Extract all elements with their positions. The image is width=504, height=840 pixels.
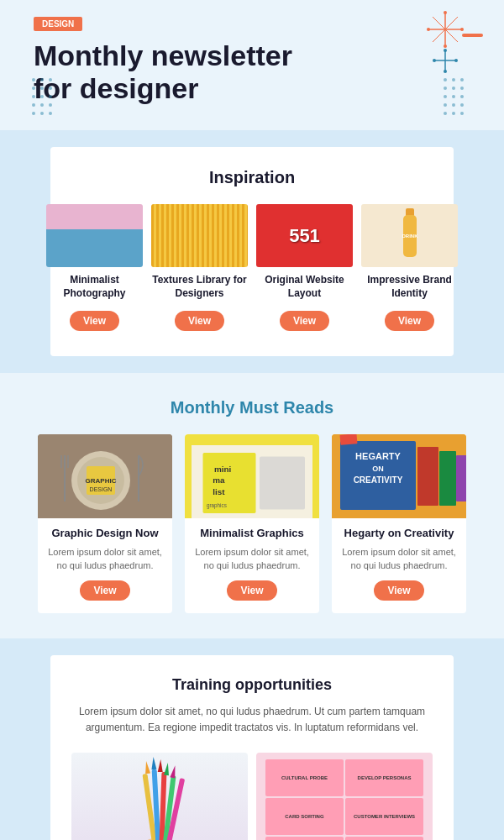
sticky-note-1: CULTURAL PROBE <box>265 759 344 796</box>
minimalist-book-desc: Lorem ipsum dolor sit amet, no qui ludus… <box>193 546 311 572</box>
website-view-button[interactable]: View <box>280 311 329 331</box>
inspiration-card-textures: Textures Library for Designers View <box>151 204 248 331</box>
svg-point-23 <box>49 95 52 98</box>
hegarty-img: HEGARTY ON CREATIVITY <box>332 434 466 518</box>
header-top-bar: DESIGN <box>34 17 470 31</box>
training-section: Training opportunities Lorem ipsum dolor… <box>50 655 454 840</box>
website-image: 551 <box>256 204 353 267</box>
svg-point-16 <box>40 78 44 81</box>
sticky-note-4: CUSTOMER INTERVIEWS <box>345 798 423 835</box>
graphic-book-title: Graphic Design Now <box>46 527 164 539</box>
minimalist-view-button[interactable]: View <box>227 580 276 601</box>
graphic-view-button[interactable]: View <box>80 580 129 601</box>
svg-point-33 <box>444 87 447 90</box>
svg-text:graphics: graphics <box>207 502 227 509</box>
hegarty-card-body: Hegarty on Creativity Lorem ipsum dolor … <box>332 518 466 601</box>
svg-text:ON: ON <box>372 465 384 473</box>
svg-rect-74 <box>340 434 358 445</box>
website-title: Original Website Layout <box>256 274 353 304</box>
photography-title: Minimalist Photography <box>46 274 143 304</box>
page-wrapper: DESIGN <box>0 0 504 840</box>
svg-rect-65 <box>260 457 305 510</box>
svg-point-26 <box>49 103 52 107</box>
bottle-icon: DRINK <box>397 208 423 263</box>
textures-image <box>151 204 248 267</box>
svg-point-37 <box>452 95 455 98</box>
orange-bottle-img: DRINK <box>361 204 458 267</box>
graphic-card-body: Graphic Design Now Lorem ipsum dolor sit… <box>38 518 172 601</box>
inspiration-card-photography: Minimalist Photography View <box>46 204 143 331</box>
textures-view-button[interactable]: View <box>175 311 224 331</box>
graphic-design-img: GRAPHIC DESIGN <box>38 434 172 518</box>
hegarty-view-button[interactable]: View <box>374 580 423 601</box>
pink-blue-img <box>46 204 143 267</box>
identity-view-button[interactable]: View <box>385 311 434 331</box>
svg-marker-84 <box>164 763 171 776</box>
must-reads-section: Monthly Must Reads GRAPHIC <box>0 373 504 638</box>
svg-point-25 <box>40 103 44 107</box>
training-title: Training opportunities <box>71 676 433 694</box>
svg-point-13 <box>454 59 458 62</box>
svg-point-4 <box>444 11 447 14</box>
textures-title: Textures Library for Designers <box>151 274 248 304</box>
svg-point-38 <box>460 95 464 98</box>
svg-text:HEGARTY: HEGARTY <box>355 451 401 461</box>
starburst-icon <box>403 8 487 76</box>
svg-point-11 <box>444 70 447 73</box>
sticky-note-3: CARD SORTING <box>265 798 344 835</box>
svg-point-10 <box>444 49 447 52</box>
header-tag: DESIGN <box>34 17 82 31</box>
svg-point-36 <box>444 95 447 98</box>
svg-text:GRAPHIC: GRAPHIC <box>86 477 117 485</box>
svg-rect-73 <box>456 455 466 501</box>
pencils-illustration <box>126 757 193 840</box>
svg-text:DESIGN: DESIGN <box>90 486 113 492</box>
header-decoration-right <box>403 8 487 79</box>
svg-rect-71 <box>417 447 438 506</box>
dots-pattern-left-icon <box>29 76 71 126</box>
hegarty-book-desc: Lorem ipsum dolor sit amet, no qui ludus… <box>340 546 458 572</box>
svg-point-34 <box>452 87 455 90</box>
training-sticky-box: CULTURAL PROBE DEVELOP PERSONAS CARD SOR… <box>256 753 433 840</box>
svg-text:list: list <box>213 487 225 496</box>
photography-image <box>46 204 143 267</box>
svg-point-27 <box>32 112 35 115</box>
svg-text:mini: mini <box>214 465 232 474</box>
svg-point-40 <box>452 103 455 107</box>
inspiration-card-identity: DRINK Impressive Brand Identity View <box>361 204 458 331</box>
svg-marker-82 <box>151 757 157 769</box>
training-pencils-box <box>71 753 248 840</box>
svg-point-20 <box>49 87 52 90</box>
svg-marker-83 <box>158 759 164 772</box>
svg-point-21 <box>32 95 35 98</box>
svg-point-28 <box>40 112 44 115</box>
svg-point-18 <box>32 87 35 90</box>
red-laptop-img: 551 <box>256 204 353 267</box>
graphic-book-image: GRAPHIC DESIGN <box>38 434 172 518</box>
svg-point-44 <box>460 112 464 115</box>
svg-point-6 <box>427 28 430 31</box>
svg-point-17 <box>49 78 52 81</box>
svg-marker-85 <box>170 765 177 779</box>
svg-point-43 <box>452 112 455 115</box>
minimalist-card-body: Minimalist Graphics Lorem ipsum dolor si… <box>185 518 319 601</box>
identity-title: Impressive Brand Identity <box>361 274 458 304</box>
sticky-notes-img: CULTURAL PROBE DEVELOP PERSONAS CARD SOR… <box>256 753 433 840</box>
header-section: DESIGN <box>0 0 504 130</box>
hegarty-book-image: HEGARTY ON CREATIVITY <box>332 434 466 518</box>
svg-point-41 <box>460 103 464 107</box>
training-images-grid: CULTURAL PROBE DEVELOP PERSONAS CARD SOR… <box>71 753 433 840</box>
svg-point-22 <box>40 95 44 98</box>
sticky-note-6: FIELD VISITS <box>345 837 423 840</box>
svg-point-29 <box>49 112 52 115</box>
svg-point-24 <box>32 103 35 107</box>
photography-view-button[interactable]: View <box>70 311 119 331</box>
identity-image: DRINK <box>361 204 458 267</box>
hegarty-book-illustration: HEGARTY ON CREATIVITY <box>332 434 466 518</box>
svg-marker-81 <box>144 761 150 774</box>
must-reads-title: Monthly Must Reads <box>25 398 479 417</box>
pencils-img <box>71 753 248 840</box>
minimalist-graphics-img: mini ma list graphics <box>185 434 319 518</box>
sticky-note-2: DEVELOP PERSONAS <box>345 759 423 796</box>
minimalist-book-image: mini ma list graphics <box>185 434 319 518</box>
